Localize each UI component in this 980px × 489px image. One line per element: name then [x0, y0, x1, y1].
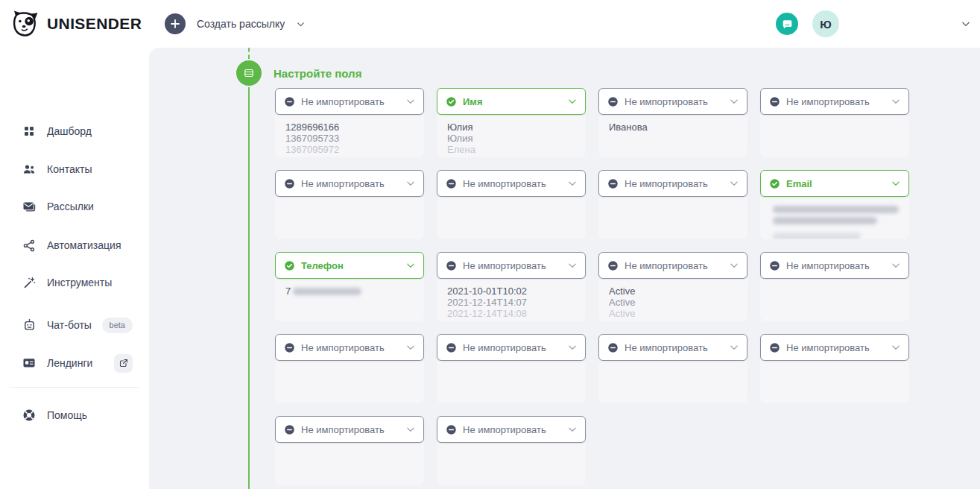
not-import-icon [769, 342, 780, 353]
field-select-label: Не импортировать [625, 342, 729, 353]
sample-value: 7 [285, 285, 414, 297]
sample-values [437, 443, 586, 485]
field-select-dropdown[interactable]: Не импортировать [437, 416, 586, 443]
field-select-dropdown[interactable]: Не импортировать [275, 88, 424, 115]
step-connector-line [248, 87, 250, 489]
support-chat-button[interactable] [776, 13, 798, 35]
chevron-down-icon [729, 178, 739, 189]
field-card: Не импортировать [437, 416, 586, 485]
field-select-label: Не импортировать [301, 342, 405, 353]
lifebuoy-icon [21, 407, 37, 423]
field-select-dropdown[interactable]: Телефон [275, 252, 424, 279]
dashboard-icon [21, 123, 37, 139]
chevron-down-icon [729, 260, 739, 271]
field-card: Не импортировать [598, 170, 747, 239]
redacted-text [293, 288, 361, 295]
field-select-dropdown[interactable]: Не импортировать [275, 170, 424, 197]
card-row: Не импортироватьНе импортировать [275, 416, 909, 485]
sample-values: Иванова [598, 115, 747, 157]
not-import-icon [769, 96, 780, 107]
sample-value: 2021-12-14T14:08 [447, 308, 575, 319]
field-select-dropdown[interactable]: Не импортировать [598, 88, 747, 115]
dog-logo-icon [9, 8, 40, 40]
field-select-dropdown[interactable]: Не импортировать [275, 416, 424, 443]
sample-values [598, 361, 747, 403]
not-import-icon [446, 260, 457, 271]
sidebar-item-label: Лендинги [47, 357, 92, 369]
sample-value [771, 204, 899, 215]
chevron-down-icon [405, 342, 416, 353]
sample-values: 128969616613670957331367095972 [275, 115, 424, 157]
sidebar-item-automation[interactable]: Автоматизация [0, 233, 149, 258]
not-import-icon [446, 342, 457, 353]
field-select-dropdown[interactable]: Не импортировать [598, 170, 747, 197]
beta-badge: beta [102, 318, 133, 333]
field-select-label: Не импортировать [786, 96, 891, 107]
field-select-dropdown[interactable]: Не импортировать [760, 334, 909, 361]
field-select-dropdown[interactable]: Имя [437, 88, 586, 115]
avatar[interactable]: Ю [812, 10, 839, 37]
sidebar-item-chatbots[interactable]: Чат-боты beta [0, 312, 149, 338]
sample-value: Иванова [609, 122, 737, 133]
sidebar-item-dashboard[interactable]: Дашборд [0, 119, 149, 144]
field-select-dropdown[interactable]: Не импортировать [275, 334, 424, 361]
chevron-down-icon [891, 178, 901, 189]
sidebar-item-contacts[interactable]: Контакты [0, 157, 149, 182]
sample-values [275, 197, 424, 239]
sample-value: Елена [447, 144, 575, 155]
sidebar-item-landings[interactable]: Лендинги [0, 350, 149, 376]
field-select-dropdown[interactable]: Не импортировать [437, 334, 586, 361]
field-select-dropdown[interactable]: Email [760, 170, 909, 197]
plus-icon[interactable] [165, 13, 186, 34]
sample-value: 2021-10-01T10:02 [447, 285, 575, 297]
field-select-dropdown[interactable]: Не импортировать [760, 88, 909, 115]
external-link-badge[interactable] [114, 354, 133, 373]
redacted-text [773, 233, 861, 240]
sidebar-item-tools[interactable]: Инструменты [0, 270, 149, 295]
chevron-down-icon [891, 96, 901, 107]
sidebar-item-help[interactable]: Помощь [0, 403, 149, 428]
sample-values [760, 361, 909, 403]
envelope-icon [21, 198, 37, 215]
chevron-down-icon [729, 342, 739, 353]
sample-value: Active [609, 297, 737, 308]
create-campaign-button[interactable]: Создать рассылку [165, 13, 306, 34]
sample-values [275, 361, 424, 403]
field-card: Не импортировать [275, 170, 424, 239]
sample-value: Active [609, 308, 737, 319]
field-select-dropdown[interactable]: Не импортировать [437, 170, 586, 197]
not-import-icon [284, 96, 295, 107]
chat-bubble-icon [781, 18, 794, 31]
field-select-label: Не импортировать [463, 260, 567, 271]
field-select-dropdown[interactable]: Не импортировать [437, 252, 586, 279]
not-import-icon [607, 342, 619, 353]
chevron-down-icon [567, 178, 578, 189]
robot-icon [21, 317, 37, 333]
field-select-dropdown[interactable]: Не импортировать [598, 252, 747, 279]
field-card: Не импортироватьИванова [598, 88, 747, 157]
unisender-logo[interactable]: UNISENDER [9, 8, 142, 40]
field-mapping-grid: Не импортировать128969616613670957331367… [275, 88, 909, 485]
sample-value: 1367095972 [285, 144, 414, 155]
landing-card-icon [21, 355, 37, 371]
magic-wand-icon [21, 274, 37, 291]
configure-fields-step-icon [236, 60, 262, 86]
sidebar-item-campaigns[interactable]: Рассылки [0, 194, 149, 219]
sample-value: Юлия [447, 122, 575, 133]
sample-value [771, 215, 899, 226]
field-select-dropdown[interactable]: Не импортировать [598, 334, 747, 361]
field-select-label: Телефон [301, 260, 405, 271]
brand-name: UNISENDER [47, 15, 142, 33]
sidebar-divider [9, 387, 139, 388]
chevron-down-icon [567, 424, 578, 435]
chevron-down-icon [567, 96, 578, 107]
not-import-icon [607, 96, 619, 107]
field-card: Не импортироватьActiveActiveActive [598, 252, 747, 321]
account-menu-chevron-icon[interactable] [961, 19, 971, 29]
sidebar-item-label: Дашборд [47, 125, 92, 137]
not-import-icon [769, 260, 780, 271]
check-icon [769, 178, 780, 189]
card-row: Телефон7Не импортировать2021-10-01T10:02… [275, 252, 909, 321]
field-card: Телефон7 [275, 252, 424, 321]
field-select-dropdown[interactable]: Не импортировать [760, 252, 909, 279]
